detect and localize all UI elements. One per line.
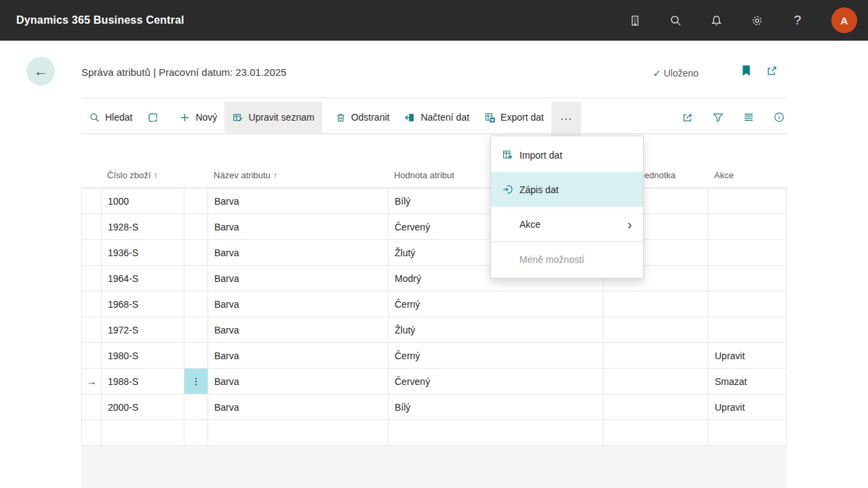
table-row[interactable]: 2000-S Barva Bílý Upravit (81, 394, 787, 420)
back-button[interactable]: ← (26, 57, 55, 85)
user-avatar[interactable]: A (831, 7, 857, 33)
row-menu-cell[interactable] (184, 188, 208, 214)
item-no-cell[interactable]: 1972-S (102, 317, 184, 343)
item-no-cell[interactable]: 1928-S (102, 214, 184, 240)
table-row[interactable]: 1928-S Barva Červený (81, 214, 787, 240)
row-selector-cell[interactable] (81, 214, 102, 240)
table-row-selected[interactable]: → 1988-S ⋮ Barva Červený Smazat (81, 369, 787, 394)
search-button[interactable]: Hledat (81, 102, 140, 133)
row-menu-cell[interactable] (184, 317, 208, 343)
menu-item-akce[interactable]: Akce › (491, 207, 643, 241)
list-view-icon[interactable] (743, 111, 755, 123)
table-row[interactable]: 1000 Barva Bílý (81, 188, 787, 214)
unit-cell[interactable] (604, 291, 709, 317)
row-menu-cell[interactable] (184, 240, 208, 266)
attribute-value-cell[interactable]: Bílý (389, 394, 604, 420)
table-row[interactable]: 1980-S Barva Černý Upravit (81, 343, 787, 369)
header-action[interactable]: Akce (709, 163, 787, 188)
action-cell[interactable]: Smazat (709, 369, 787, 394)
filter-icon[interactable] (712, 111, 724, 123)
row-selector-cell[interactable] (81, 394, 102, 420)
row-selector-cell[interactable]: → (81, 369, 102, 394)
attribute-value-cell[interactable]: Černý (389, 291, 604, 317)
row-selector-cell[interactable] (81, 188, 102, 214)
attribute-name-cell[interactable]: Barva (208, 394, 389, 420)
attribute-name-cell[interactable]: Barva (208, 291, 389, 317)
item-no-cell[interactable]: 1936-S (102, 240, 184, 266)
analyze-button[interactable] (140, 102, 166, 133)
row-selector-cell[interactable] (81, 317, 102, 343)
unit-cell[interactable] (604, 317, 709, 343)
menu-item-import-dat[interactable]: Import dat (491, 138, 643, 172)
edit-list-button[interactable]: Upravit seznam (224, 102, 321, 133)
action-cell[interactable] (709, 266, 787, 291)
action-cell[interactable] (709, 291, 787, 317)
item-no-cell[interactable]: 1968-S (102, 291, 184, 317)
row-menu-cell[interactable] (184, 420, 208, 446)
search-icon[interactable] (669, 14, 682, 27)
export-data-button[interactable]: Export dat (477, 102, 551, 133)
menu-item-zapis-dat[interactable]: Zápis dat (491, 172, 643, 207)
attribute-name-cell[interactable] (208, 420, 389, 446)
row-selector-cell[interactable] (81, 266, 102, 291)
table-row[interactable]: 1972-S Barva Žlutý (81, 317, 787, 343)
row-selector-cell[interactable] (81, 291, 102, 317)
row-menu-cell[interactable] (184, 291, 208, 317)
unit-cell[interactable] (604, 420, 709, 446)
table-row[interactable]: 1964-S Barva Modrý (81, 266, 787, 291)
settings-gear-icon[interactable] (750, 14, 764, 27)
row-selector-cell[interactable] (81, 420, 102, 446)
action-cell[interactable]: Upravit (709, 343, 787, 369)
attribute-name-cell[interactable]: Barva (208, 343, 389, 369)
item-no-cell[interactable]: 1988-S (102, 369, 184, 394)
open-in-new-window-icon[interactable] (766, 65, 778, 77)
bookmark-icon[interactable] (741, 64, 751, 77)
info-icon[interactable] (773, 111, 785, 123)
attribute-name-cell[interactable]: Barva (208, 369, 389, 394)
notifications-icon[interactable] (709, 14, 723, 27)
row-menu-cell[interactable] (184, 266, 208, 291)
load-data-button[interactable]: Načtení dat (397, 102, 477, 133)
item-no-cell[interactable]: 1000 (102, 188, 184, 214)
action-cell[interactable]: Upravit (709, 394, 787, 420)
share-icon[interactable] (682, 111, 694, 123)
action-cell[interactable] (709, 420, 787, 446)
item-no-cell[interactable] (102, 420, 184, 446)
delete-button[interactable]: Odstranit (328, 102, 397, 133)
row-menu-cell[interactable] (184, 343, 208, 369)
attribute-name-cell[interactable]: Barva (208, 317, 389, 343)
new-button[interactable]: Nový (172, 102, 224, 133)
item-no-cell[interactable]: 1980-S (102, 343, 184, 369)
company-icon[interactable] (628, 14, 642, 27)
attribute-name-cell[interactable]: Barva (208, 240, 389, 266)
item-no-cell[interactable]: 2000-S (102, 394, 184, 420)
row-menu-cell[interactable]: ⋮ (184, 369, 208, 394)
attribute-value-cell[interactable] (389, 420, 604, 446)
action-cell[interactable] (709, 214, 787, 240)
header-attribute-name[interactable]: Název atributu↑ (208, 163, 389, 188)
attribute-value-cell[interactable]: Černý (389, 343, 604, 369)
row-menu-cell[interactable] (184, 394, 208, 420)
table-row[interactable]: 1968-S Barva Černý (81, 291, 787, 317)
table-row-empty[interactable] (81, 420, 787, 446)
attribute-value-cell[interactable]: Červený (389, 369, 604, 394)
action-cell[interactable] (709, 317, 787, 343)
more-options-button[interactable]: ⋯ (551, 102, 581, 136)
action-cell[interactable] (709, 240, 787, 266)
row-menu-cell[interactable] (184, 214, 208, 240)
menu-item-mene-moznosti[interactable]: Méně možností (491, 242, 643, 277)
action-cell[interactable] (709, 188, 787, 214)
attribute-value-cell[interactable]: Žlutý (389, 317, 604, 343)
header-item-no[interactable]: Číslo zboží↑ (102, 163, 184, 188)
attribute-name-cell[interactable]: Barva (208, 214, 389, 240)
help-icon[interactable]: ? (791, 14, 804, 27)
attribute-name-cell[interactable]: Barva (208, 188, 389, 214)
item-no-cell[interactable]: 1964-S (102, 266, 184, 291)
row-selector-cell[interactable] (81, 240, 102, 266)
unit-cell[interactable] (604, 369, 709, 394)
unit-cell[interactable] (604, 343, 709, 369)
row-selector-cell[interactable] (81, 343, 102, 369)
table-row[interactable]: 1936-S Barva Žlutý (81, 240, 787, 266)
unit-cell[interactable] (604, 394, 709, 420)
attribute-name-cell[interactable]: Barva (208, 266, 389, 291)
